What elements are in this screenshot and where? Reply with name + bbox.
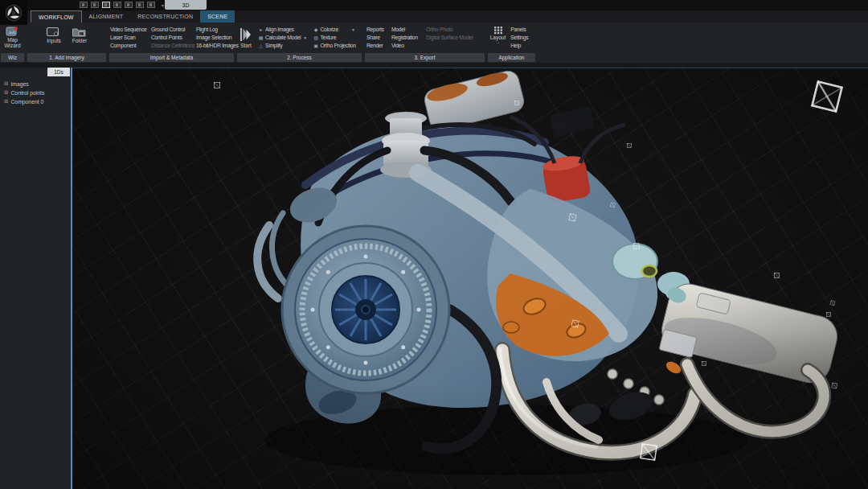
registration-item[interactable]: Registration bbox=[391, 35, 422, 40]
inputs-label: Inputs bbox=[47, 38, 61, 43]
laser-scan-item[interactable]: Laser Scan bbox=[110, 35, 148, 40]
folder-button[interactable]: Folder bbox=[70, 25, 89, 44]
tree-item-component-0[interactable]: ⊞Component 0 bbox=[4, 98, 71, 105]
camera-marker-icon[interactable] bbox=[627, 137, 632, 142]
layout-button[interactable]: Layout ⌄ bbox=[489, 25, 508, 46]
camera-marker-icon[interactable] bbox=[640, 443, 658, 462]
tab-reconstruction[interactable]: RECONSTRUCTION bbox=[130, 10, 200, 23]
camera-marker-icon[interactable] bbox=[514, 94, 519, 99]
colorize-icon: ◆ bbox=[313, 27, 318, 32]
ribbon-section-application: Layout ⌄ Panels Settings Help Applicatio… bbox=[487, 23, 536, 63]
settings-item[interactable]: Settings bbox=[510, 35, 534, 40]
camera-marker-icon[interactable] bbox=[702, 355, 706, 360]
tab-alignment[interactable]: ALIGNMENT bbox=[82, 10, 131, 23]
map-wizard-button[interactable]: Map Wizard bbox=[0, 25, 26, 50]
ortho-projection-icon: ▣ bbox=[313, 43, 318, 48]
camera-marker-icon[interactable] bbox=[214, 77, 220, 84]
section-label-export: 3. Export bbox=[365, 53, 485, 62]
align-images-icon: ▸ bbox=[258, 27, 264, 32]
view-layout-icon[interactable] bbox=[125, 2, 133, 8]
camera-marker-icon[interactable] bbox=[571, 315, 579, 323]
component-item[interactable]: Component bbox=[110, 43, 148, 48]
tree-expand-icon[interactable]: ⊞ bbox=[4, 98, 8, 105]
share-item[interactable]: Share bbox=[366, 35, 387, 40]
view-layout-icon[interactable] bbox=[91, 2, 99, 8]
caret-down-icon[interactable]: ▼ bbox=[303, 35, 307, 40]
view-layout-icon[interactable] bbox=[113, 2, 121, 8]
ortho-projection-item[interactable]: ▣Ortho Projection bbox=[313, 43, 362, 48]
video-item[interactable]: Video bbox=[391, 43, 422, 48]
scene-tree: ⊞Images ⊞Control points ⊞Component 0 bbox=[0, 80, 71, 105]
tab-workflow[interactable]: WORKFLOW bbox=[31, 10, 82, 23]
image-selection-item[interactable]: Image Selection bbox=[196, 35, 235, 40]
model-item[interactable]: Model bbox=[391, 27, 422, 32]
realitycapture-logo-icon bbox=[4, 3, 23, 23]
folder-label: Folder bbox=[72, 38, 87, 43]
map-wizard-label: Map Wizard bbox=[2, 37, 24, 49]
tab-scene[interactable]: SCENE bbox=[200, 10, 235, 23]
title-bar: ▾ 3D bbox=[0, 0, 868, 10]
section-label-application: Application bbox=[488, 53, 535, 62]
panel-tab-1ds[interactable]: 1Ds bbox=[47, 68, 70, 76]
ground-control-item[interactable]: Ground Control bbox=[151, 27, 193, 32]
control-points-item[interactable]: Control Points bbox=[151, 35, 193, 40]
ortho-photo-item: Ortho Photo bbox=[426, 27, 484, 32]
texture-item[interactable]: ▨Texture bbox=[313, 35, 362, 40]
start-button[interactable]: Start bbox=[238, 25, 254, 49]
texture-icon: ▨ bbox=[313, 35, 318, 40]
hdr-images-item[interactable]: 16-bit/HDR Images bbox=[196, 43, 235, 48]
caret-down-icon[interactable]: ▼ bbox=[351, 27, 355, 32]
3d-viewport[interactable] bbox=[72, 68, 868, 489]
scene-tree-panel: 1Ds ⊞Images ⊞Control points ⊞Component 0 bbox=[0, 68, 72, 489]
folder-icon bbox=[72, 26, 88, 38]
section-label-add-imagery: 1. Add imagery bbox=[27, 53, 106, 62]
calculate-model-item[interactable]: ▦Calculate Model▼ bbox=[258, 35, 309, 40]
digital-surface-model-item: Digital Surface Model bbox=[426, 35, 484, 40]
tree-expand-icon[interactable]: ⊞ bbox=[4, 89, 8, 96]
view-layout-icon[interactable] bbox=[102, 2, 110, 8]
section-label-wiz: Wiz bbox=[1, 53, 24, 62]
video-sequence-item[interactable]: Video Sequence bbox=[110, 27, 148, 32]
map-wizard-icon bbox=[6, 26, 19, 37]
ribbon-section-export: Reports Share Render Model Registration … bbox=[364, 23, 485, 63]
camera-marker-icon[interactable] bbox=[774, 267, 780, 273]
layout-grid-icon bbox=[493, 26, 503, 35]
align-images-item[interactable]: ▸Align Images bbox=[258, 27, 309, 32]
simplify-icon: △ bbox=[258, 43, 264, 48]
ribbon-section-add-imagery: Inputs Folder 1. Add imagery bbox=[27, 23, 107, 63]
help-item[interactable]: Help bbox=[510, 43, 534, 48]
camera-marker-icon[interactable] bbox=[832, 376, 838, 383]
quick-access-toolbar: ▾ bbox=[80, 2, 164, 8]
app-logo[interactable] bbox=[0, 0, 27, 25]
view-layout-icon[interactable] bbox=[136, 2, 144, 8]
section-label-import-metadata: Import & Metadata bbox=[109, 53, 234, 62]
camera-marker-icon[interactable] bbox=[826, 306, 831, 310]
calculate-model-icon: ▦ bbox=[258, 35, 264, 40]
reports-item[interactable]: Reports bbox=[366, 27, 387, 32]
distance-definitions-item: Distance Definitions bbox=[151, 43, 193, 48]
flight-log-item[interactable]: Flight Log bbox=[196, 27, 235, 32]
ribbon-section-process: Start ▸Align Images ▦Calculate Model▼ △S… bbox=[236, 23, 362, 63]
caret-down-icon[interactable]: ⌄ bbox=[497, 40, 500, 45]
tree-expand-icon[interactable]: ⊞ bbox=[4, 80, 8, 87]
ribbon-section-wiz: Map Wizard Wiz bbox=[0, 23, 25, 63]
camera-marker-icon[interactable] bbox=[611, 195, 616, 201]
viewport-vignette bbox=[72, 68, 868, 489]
section-label-process: 2. Process bbox=[237, 53, 362, 62]
viewport-tab-3d[interactable]: 3D bbox=[165, 0, 207, 10]
view-layout-icon[interactable] bbox=[147, 2, 155, 8]
colorize-item[interactable]: ◆Colorize▼ bbox=[313, 27, 362, 32]
tree-item-images[interactable]: ⊞Images bbox=[4, 80, 71, 87]
inputs-button[interactable]: Inputs bbox=[44, 25, 63, 44]
camera-marker-icon[interactable] bbox=[632, 237, 639, 244]
start-label: Start bbox=[240, 43, 252, 48]
panels-item[interactable]: Panels bbox=[510, 27, 534, 32]
render-item[interactable]: Render bbox=[366, 43, 387, 48]
camera-marker-icon[interactable] bbox=[569, 209, 578, 218]
tree-item-control-points[interactable]: ⊞Control points bbox=[4, 89, 71, 96]
ribbon-section-import-metadata: Video Sequence Laser Scan Component Grou… bbox=[108, 23, 235, 63]
view-layout-icon[interactable] bbox=[80, 2, 88, 8]
caret-down-icon[interactable]: ▾ bbox=[162, 2, 164, 8]
start-icon bbox=[240, 27, 252, 43]
simplify-item[interactable]: △Simplify bbox=[258, 43, 309, 48]
